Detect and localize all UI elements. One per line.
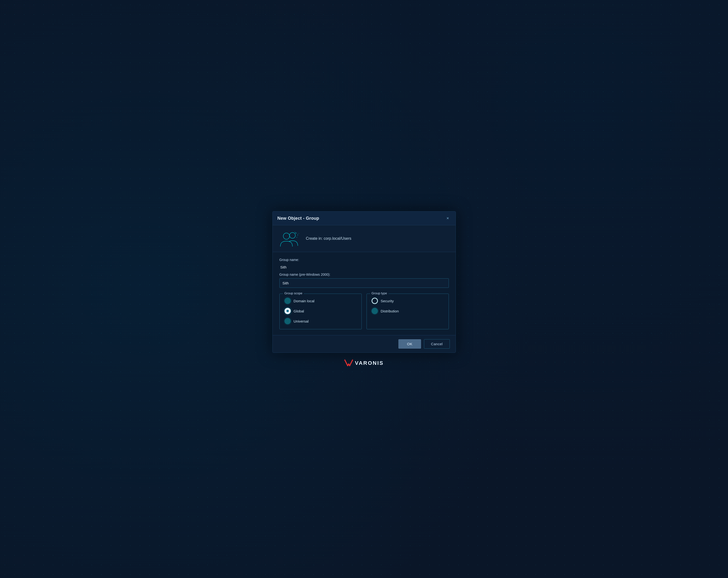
dialog-footer: OK Cancel xyxy=(273,335,456,352)
ok-button[interactable]: OK xyxy=(398,339,421,349)
dialog-titlebar: New Object - Group × xyxy=(273,211,456,225)
page-wrapper: New Object - Group × xyxy=(0,0,728,578)
radio-circle-global xyxy=(285,308,291,314)
radio-universal[interactable]: Universal xyxy=(285,318,357,324)
radio-circle-distribution xyxy=(372,308,378,314)
radio-label-domain-local: Domain local xyxy=(294,299,315,303)
create-in-label: Create in: corp.local/Users xyxy=(306,236,352,241)
group-name-label: Group name: xyxy=(280,258,449,262)
group-name-pre2000-input[interactable] xyxy=(280,278,449,288)
dialog-header: Create in: corp.local/Users xyxy=(273,225,456,252)
group-name-static-value: Sith xyxy=(280,263,449,273)
dialog: New Object - Group × xyxy=(272,211,456,353)
group-name-pre2000-label: Group name (pre-Windows 2000): xyxy=(280,273,449,276)
cancel-button[interactable]: Cancel xyxy=(424,339,450,349)
radio-domain-local[interactable]: Domain local xyxy=(285,298,357,304)
varonis-logo: VARonis xyxy=(344,359,384,367)
group-type-fieldset: Group type Security Distribution xyxy=(367,294,449,329)
group-type-legend: Group type xyxy=(370,292,389,295)
radio-circle-domain-local xyxy=(285,298,291,304)
radio-distribution[interactable]: Distribution xyxy=(372,308,444,314)
radio-security[interactable]: Security xyxy=(372,298,444,304)
radio-circle-security xyxy=(372,298,378,304)
radio-label-global: Global xyxy=(294,309,304,313)
svg-point-0 xyxy=(290,232,295,238)
close-button[interactable]: × xyxy=(445,216,451,221)
svg-line-9 xyxy=(295,232,296,233)
svg-point-1 xyxy=(283,233,290,239)
dialog-body: Group name: Sith Group name (pre-Windows… xyxy=(273,252,456,335)
scope-type-row: Group scope Domain local Global Un xyxy=(280,294,449,329)
group-scope-legend: Group scope xyxy=(283,292,304,295)
varonis-v-icon xyxy=(344,359,353,367)
svg-line-8 xyxy=(297,235,298,237)
varonis-brand-text: VARonis xyxy=(355,360,384,366)
radio-label-distribution: Distribution xyxy=(381,309,399,313)
group-icon xyxy=(279,230,300,247)
group-scope-fieldset: Group scope Domain local Global Un xyxy=(280,294,362,329)
radio-global[interactable]: Global xyxy=(285,308,357,314)
dialog-title: New Object - Group xyxy=(278,216,319,221)
radio-circle-universal xyxy=(285,318,291,324)
radio-label-security: Security xyxy=(381,299,394,303)
radio-label-universal: Universal xyxy=(294,319,309,323)
